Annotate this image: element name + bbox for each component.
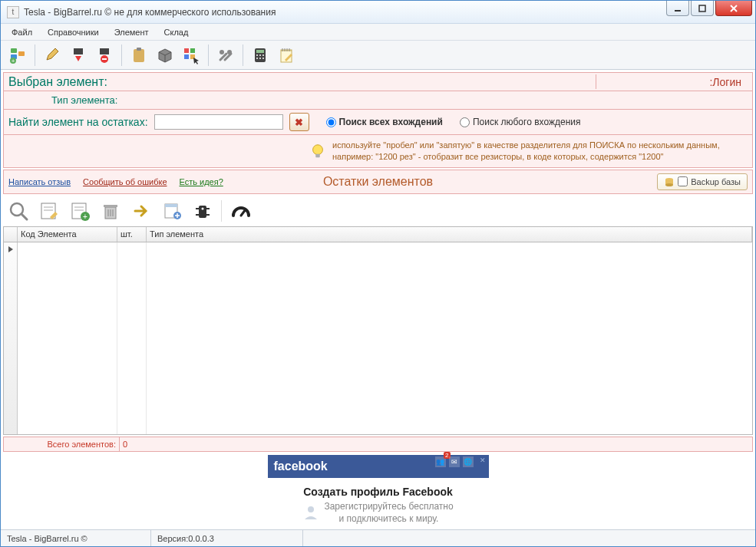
tool-box-icon[interactable] [153, 43, 177, 68]
svg-rect-13 [134, 49, 144, 62]
main-toolbar: + [1, 41, 755, 70]
menu-stock[interactable]: Склад [158, 25, 195, 39]
svg-rect-25 [262, 54, 264, 56]
radio-search-any-label: Поиск любого вхождения [473, 117, 581, 127]
titlebar[interactable]: t Tesla - BigBarrel.ru © не для коммерче… [1, 1, 755, 24]
grid-col-code[interactable]: Код Элемента [18, 227, 117, 242]
component-icon[interactable] [190, 199, 215, 223]
radio-search-all[interactable]: Поиск всех вхождений [326, 117, 443, 127]
content-area: Выбран элемент: :Логин Тип элемента: Най… [1, 70, 755, 529]
grid-body[interactable] [4, 242, 752, 434]
arrow-right-icon[interactable] [129, 199, 154, 223]
current-row-marker-icon [4, 242, 18, 256]
fb-globe-icon: 🌐 [463, 456, 474, 467]
tool-calculator-icon[interactable] [248, 43, 272, 68]
facebook-bar: facebook 👥2 ✉ 🌐 ✕ [268, 455, 489, 478]
close-button[interactable] [715, 1, 752, 16]
statusbar: Tesla - BigBarrel.ru © Версия:0.0.0.3 [1, 529, 755, 546]
ad-banner[interactable]: facebook 👥2 ✉ 🌐 ✕ Создать профиль Facebo… [3, 452, 753, 527]
link-review[interactable]: Написать отзыв [8, 177, 71, 186]
total-elements-value: 0 [120, 440, 127, 449]
database-icon [664, 176, 675, 187]
links-row: Написать отзыв Сообщить об ошибке Есть и… [3, 170, 753, 194]
tool-add-icon[interactable]: + [5, 43, 30, 68]
window-title: Tesla - BigBarrel.ru © не для коммерческ… [24, 7, 276, 18]
backup-checkbox[interactable] [678, 176, 688, 186]
data-grid[interactable]: Код Элемента шт. Тип элемента [3, 226, 753, 435]
separator [243, 44, 243, 66]
svg-text:+: + [83, 213, 87, 221]
fb-messages-icon: ✉ [449, 456, 460, 467]
svg-rect-26 [256, 58, 258, 59]
search-icon[interactable] [6, 199, 31, 223]
profile-placeholder-icon [302, 503, 319, 520]
svg-point-31 [313, 145, 323, 155]
radio-search-any[interactable]: Поиск любого вхождения [460, 117, 581, 127]
svg-rect-1 [699, 5, 705, 12]
tool-edit-icon[interactable] [40, 43, 64, 68]
svg-rect-4 [11, 48, 17, 53]
backup-button[interactable]: Backup базы [657, 173, 748, 190]
link-bug[interactable]: Сообщить об ошибке [83, 177, 167, 186]
svg-rect-14 [137, 48, 141, 51]
tool-notepad-icon[interactable] [274, 43, 299, 68]
svg-rect-15 [184, 48, 189, 53]
radio-search-all-label: Поиск всех вхождений [339, 117, 443, 127]
login-indicator[interactable]: :Логин [596, 74, 748, 89]
menu-file[interactable]: Файл [5, 25, 38, 39]
status-appname: Tesla - BigBarrel.ru © [1, 530, 151, 546]
grid-col-type[interactable]: Тип элемента [147, 227, 752, 242]
svg-line-37 [21, 214, 27, 219]
svg-rect-47 [104, 205, 117, 207]
app-icon: t [7, 6, 19, 18]
report-edit-icon[interactable] [37, 199, 61, 223]
svg-point-35 [665, 183, 673, 186]
report-add-icon[interactable]: + [68, 199, 92, 223]
ad-sub1: Зарегистрируйтесь бесплатно [324, 501, 453, 512]
tool-clipboard-icon[interactable] [127, 43, 151, 68]
separator [121, 44, 122, 66]
menu-element[interactable]: Элемент [108, 25, 155, 39]
radio-search-any-input[interactable] [460, 117, 470, 127]
svg-rect-22 [256, 50, 264, 53]
facebook-logo-text: facebook [274, 460, 328, 473]
grid-col-qty[interactable]: шт. [117, 227, 147, 242]
tool-down-icon[interactable] [66, 43, 91, 68]
search-hint-text: используйте "пробел" или "запятую" в кач… [332, 140, 748, 163]
tool-settings-icon[interactable] [213, 43, 238, 68]
radio-search-all-input[interactable] [326, 117, 336, 127]
lightbulb-icon [309, 143, 326, 160]
menu-refs[interactable]: Справочники [41, 25, 105, 39]
gauge-icon[interactable] [228, 199, 253, 223]
grid-row-selector-header[interactable] [4, 227, 18, 242]
search-input[interactable] [154, 114, 283, 130]
svg-rect-9 [74, 48, 83, 54]
maximize-button[interactable] [691, 1, 714, 16]
selected-element-label: Выбран элемент: [8, 75, 107, 89]
svg-rect-10 [100, 48, 109, 54]
link-idea[interactable]: Есть идея? [180, 177, 223, 186]
ad-sub2: и подключитесь к миру. [324, 513, 453, 524]
selection-panel: Выбран элемент: :Логин Тип элемента: Най… [3, 72, 753, 168]
svg-point-59 [202, 207, 204, 209]
svg-rect-54 [199, 206, 206, 218]
trash-icon[interactable] [98, 199, 123, 223]
status-spacer [303, 530, 755, 546]
svg-point-19 [220, 50, 224, 54]
svg-line-60 [241, 209, 246, 216]
catalog-icon[interactable] [160, 199, 184, 223]
clear-search-button[interactable]: ✖ [289, 113, 309, 131]
minimize-button[interactable] [666, 1, 689, 16]
tool-grid-select-icon[interactable] [179, 43, 203, 68]
svg-rect-32 [315, 154, 320, 158]
app-window: t Tesla - BigBarrel.ru © не для коммерче… [0, 0, 756, 547]
tool-delete-icon[interactable] [92, 43, 117, 68]
svg-rect-23 [256, 54, 258, 56]
window-controls [666, 1, 752, 16]
element-type-label: Тип элемента: [8, 94, 117, 106]
search-label: Найти элемент на остатках: [8, 116, 148, 128]
svg-rect-16 [190, 48, 195, 53]
search-hint-row: используйте "пробел" или "запятую" в кач… [4, 135, 752, 167]
svg-rect-52 [165, 204, 177, 207]
ad-close-icon[interactable]: ✕ [480, 456, 486, 467]
